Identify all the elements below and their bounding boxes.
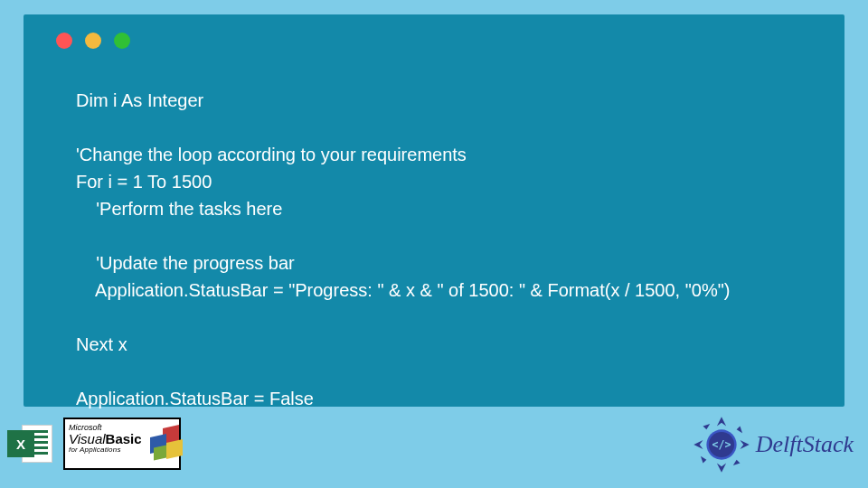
svg-marker-7 xyxy=(703,424,710,429)
code-line: Application.StatusBar = "Progress: " & x… xyxy=(76,280,730,300)
code-line: For i = 1 To 1500 xyxy=(76,172,212,192)
maximize-icon[interactable] xyxy=(114,33,130,49)
svg-marker-3 xyxy=(693,440,703,449)
vb-cubes-icon xyxy=(145,425,186,459)
vb-visual-label: Visual xyxy=(69,431,106,446)
svg-marker-1 xyxy=(740,440,749,449)
excel-icon: X xyxy=(7,421,52,466)
minimize-icon[interactable] xyxy=(85,33,101,49)
svg-marker-4 xyxy=(736,427,741,434)
code-line: 'Change the loop according to your requi… xyxy=(76,145,467,164)
brand: </> DelftStack xyxy=(693,416,854,474)
code-line: 'Update the progress bar xyxy=(76,253,295,273)
svg-marker-0 xyxy=(717,417,726,426)
code-line: Application.StatusBar = False xyxy=(76,389,314,408)
code-window: Dim i As Integer 'Change the loop accord… xyxy=(24,14,844,407)
code-line: Dim i As Integer xyxy=(76,90,203,110)
close-icon[interactable] xyxy=(56,33,72,49)
vb-basic-label: Basic xyxy=(106,431,142,446)
svg-marker-2 xyxy=(717,463,726,472)
svg-marker-5 xyxy=(733,460,741,465)
brand-name: DelftStack xyxy=(756,431,854,458)
excel-letter: X xyxy=(16,436,25,452)
brand-logo-icon: </> xyxy=(693,416,750,474)
visual-basic-badge: Microsoft VisualBasic for Applications xyxy=(63,418,181,470)
code-line: 'Perform the tasks here xyxy=(76,199,282,219)
code-block: Dim i As Integer 'Change the loop accord… xyxy=(76,87,826,412)
svg-text:</>: </> xyxy=(712,438,731,451)
svg-marker-6 xyxy=(701,456,706,464)
code-line: Next x xyxy=(76,334,127,354)
window-controls xyxy=(56,33,130,49)
